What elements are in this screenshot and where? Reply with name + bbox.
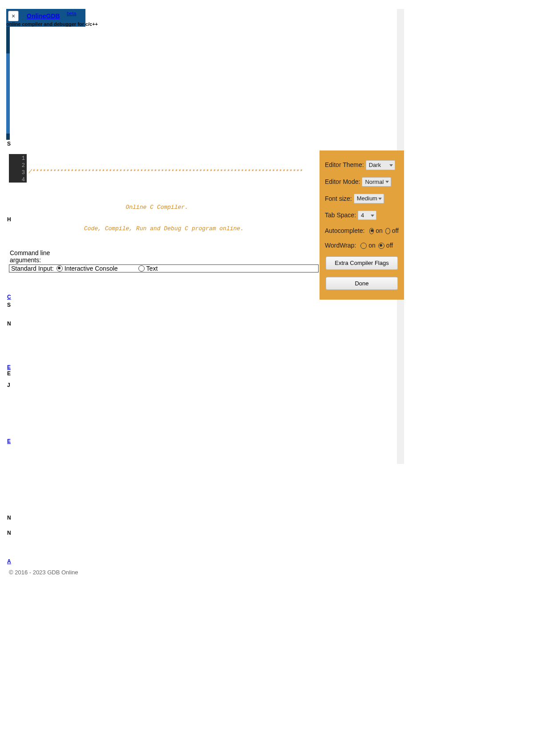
line-gutter: 1 2 3 4	[9, 154, 27, 183]
font-select[interactable]: Medium	[354, 194, 384, 203]
tab-label: Tab Space:	[325, 211, 356, 219]
brand-link[interactable]: OnlineGDB	[27, 12, 60, 20]
peek-s1: S	[7, 141, 11, 147]
font-label: Font size:	[325, 195, 352, 203]
line-number: 2	[9, 162, 25, 169]
tab-select[interactable]: 4	[358, 211, 376, 220]
stdin-label: Standard Input:	[11, 265, 54, 272]
stdin-row: Standard Input: Interactive Console Text	[9, 264, 319, 272]
brand-text: OnlineGDB	[27, 12, 60, 20]
cmdline-text: Command line arguments:	[10, 249, 59, 264]
wordwrap-off[interactable]: off	[386, 242, 393, 249]
line-number: 4	[9, 176, 25, 183]
code-editor[interactable]: 1 2 3 4 /*******************************…	[9, 154, 294, 185]
theme-value: Dark	[369, 162, 381, 168]
code-line: Code, Compile, Run and Debug C program o…	[28, 225, 295, 232]
close-icon[interactable]: ×	[8, 11, 19, 21]
stdin-opt-interactive[interactable]: Interactive Console	[65, 265, 118, 272]
done-label: Done	[355, 280, 368, 287]
peek-c1[interactable]: C	[7, 294, 11, 300]
theme-label: Editor Theme:	[325, 161, 364, 169]
wordwrap-label: WordWrap:	[325, 242, 356, 249]
extra-flags-button[interactable]: Extra Compiler Flags	[326, 256, 398, 270]
subtitle: online compiler and debugger for c/c++	[6, 21, 98, 27]
line-number: 3	[9, 169, 25, 176]
wordwrap-on[interactable]: on	[368, 242, 376, 249]
autocomplete-label: Autocomplete:	[325, 227, 365, 235]
stdin-radio-interactive[interactable]	[57, 265, 63, 272]
mode-value: Normal	[365, 179, 384, 185]
wordwrap-radio-on[interactable]	[360, 243, 367, 249]
code-line: Online C Compiler.	[28, 204, 295, 211]
copyright: © 2016 - 2023 GDB Online	[9, 569, 78, 576]
close-label: ×	[12, 12, 15, 20]
code-line: /***************************************…	[28, 168, 295, 175]
autocomplete-radio-off[interactable]	[385, 228, 390, 234]
settings-panel: Editor Theme: Dark Editor Mode: Normal F…	[320, 150, 404, 300]
autocomplete-on[interactable]: on	[376, 227, 383, 235]
peek-n1: N	[7, 321, 11, 327]
stdin-radio-text[interactable]	[138, 265, 145, 272]
peek-n3: N	[7, 530, 11, 536]
peek-h1: H	[7, 216, 11, 223]
peek-a1[interactable]: A	[7, 558, 11, 565]
done-button[interactable]: Done	[326, 277, 398, 290]
wordwrap-radio-off[interactable]	[378, 243, 384, 249]
tab-value: 4	[361, 212, 364, 219]
sidebar-section-dark	[6, 27, 10, 53]
peek-n2: N	[7, 515, 11, 521]
peek-e1[interactable]: E	[7, 364, 11, 370]
autocomplete-off[interactable]: off	[392, 227, 399, 235]
stdin-opt-text[interactable]: Text	[146, 265, 158, 272]
mode-label: Editor Mode:	[325, 178, 360, 186]
autocomplete-radio-on[interactable]	[369, 228, 374, 234]
sidebar-section-mid	[6, 53, 10, 134]
peek-j1: J	[7, 382, 10, 388]
peek-e2: E	[7, 370, 11, 377]
extra-flags-label: Extra Compiler Flags	[335, 260, 388, 266]
font-value: Medium	[357, 195, 377, 202]
line-number: 1	[9, 155, 25, 162]
beta-link[interactable]: beta	[67, 11, 76, 16]
beta-text: beta	[67, 11, 76, 16]
cmdline-label: Command line arguments:	[10, 249, 59, 264]
theme-select[interactable]: Dark	[366, 160, 395, 170]
peek-s2: S	[7, 302, 11, 308]
peek-e3[interactable]: E	[7, 438, 11, 444]
code-area[interactable]: /***************************************…	[28, 154, 295, 247]
mode-select[interactable]: Normal	[362, 177, 391, 187]
sidebar-section-lower	[6, 134, 10, 140]
